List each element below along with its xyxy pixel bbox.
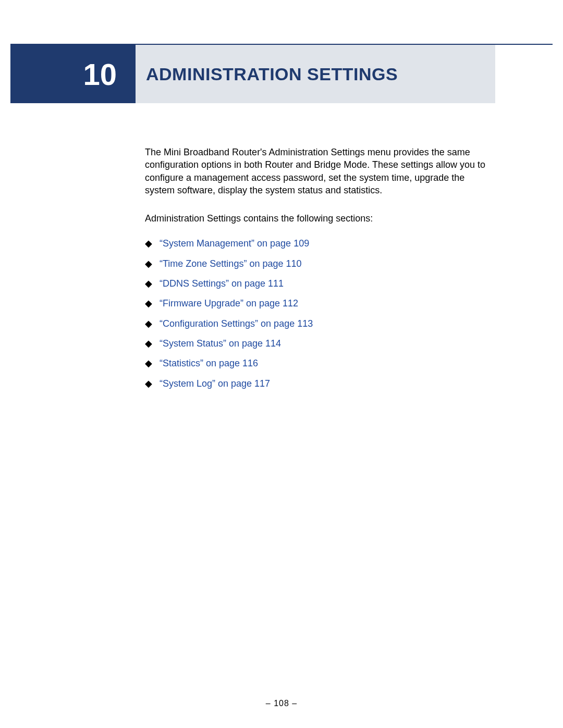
diamond-bullet-icon: ◆ xyxy=(145,317,160,330)
diamond-bullet-icon: ◆ xyxy=(145,277,160,290)
chapter-title: ADMINISTRATION SETTINGS xyxy=(146,45,398,103)
diamond-bullet-icon: ◆ xyxy=(145,357,160,369)
toc-item: ◆ “Time Zone Settings” on page 110 xyxy=(145,257,495,270)
chapter-number: 10 xyxy=(10,45,136,103)
toc-link-statistics[interactable]: “Statistics” on page 116 xyxy=(160,357,258,369)
toc-item: ◆ “System Management” on page 109 xyxy=(145,237,495,250)
diamond-bullet-icon: ◆ xyxy=(145,257,160,270)
diamond-bullet-icon: ◆ xyxy=(145,337,160,350)
diamond-bullet-icon: ◆ xyxy=(145,377,160,390)
toc-link-ddns[interactable]: “DDNS Settings” on page 111 xyxy=(160,277,284,290)
toc-item: ◆ “Firmware Upgrade” on page 112 xyxy=(145,297,495,310)
sections-lead: Administration Settings contains the fol… xyxy=(145,212,495,225)
toc-link-system-management[interactable]: “System Management” on page 109 xyxy=(160,237,309,250)
toc-item: ◆ “System Status” on page 114 xyxy=(145,337,495,350)
toc-item: ◆ “Configuration Settings” on page 113 xyxy=(145,317,495,330)
toc-link-firmware-upgrade[interactable]: “Firmware Upgrade” on page 112 xyxy=(160,297,298,310)
toc-link-system-status[interactable]: “System Status” on page 114 xyxy=(160,337,281,350)
toc-item: ◆ “Statistics” on page 116 xyxy=(145,357,495,369)
toc-link-configuration[interactable]: “Configuration Settings” on page 113 xyxy=(160,317,313,330)
toc-link-system-log[interactable]: “System Log” on page 117 xyxy=(160,377,270,390)
chapter-title-text: ADMINISTRATION SETTINGS xyxy=(146,64,398,84)
diamond-bullet-icon: ◆ xyxy=(145,237,160,250)
diamond-bullet-icon: ◆ xyxy=(145,297,160,310)
page-number: – 108 – xyxy=(0,699,563,708)
toc-item: ◆ “DDNS Settings” on page 111 xyxy=(145,277,495,290)
toc-link-time-zone[interactable]: “Time Zone Settings” on page 110 xyxy=(160,257,302,270)
toc-list: ◆ “System Management” on page 109 ◆ “Tim… xyxy=(145,237,495,389)
intro-paragraph: The Mini Broadband Router's Administrati… xyxy=(145,146,495,196)
toc-item: ◆ “System Log” on page 117 xyxy=(145,377,495,390)
body-text: The Mini Broadband Router's Administrati… xyxy=(145,146,495,390)
document-page: 10 ADMINISTRATION SETTINGS The Mini Broa… xyxy=(0,0,563,728)
